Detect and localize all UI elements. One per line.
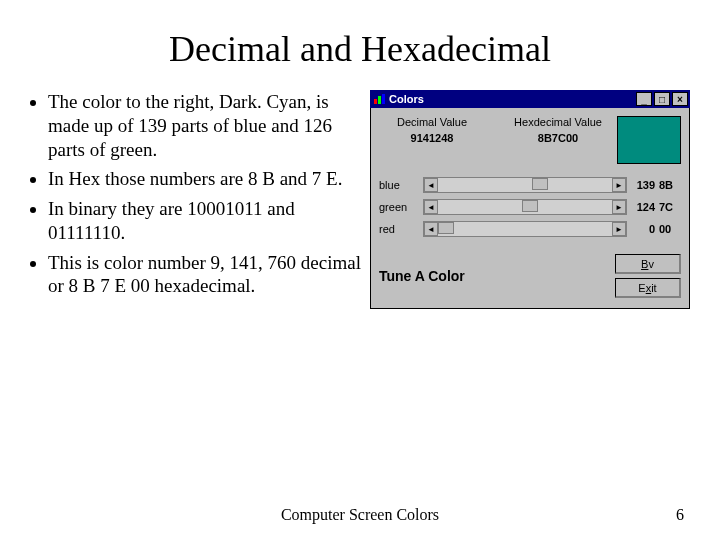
bullet-4: This is color number 9, 141, 760 decimal… <box>48 251 364 299</box>
channel-value-green: 124 <box>631 201 655 213</box>
minimize-button[interactable]: _ <box>636 92 652 106</box>
slide-title: Decimal and Hexadecimal <box>0 28 720 70</box>
bullet-1: The color to the right, Dark. Cyan, is m… <box>48 90 364 161</box>
scroll-right-icon[interactable]: ► <box>612 200 626 214</box>
window-title: Colors <box>389 93 634 105</box>
channel-label-green: green <box>379 201 419 213</box>
bullet-2: In Hex those numbers are 8 B and 7 E. <box>48 167 364 191</box>
scrollbar-green[interactable]: ◄ ► <box>423 199 627 215</box>
channel-hex-red: 00 <box>659 223 681 235</box>
channel-hex-green: 7C <box>659 201 681 213</box>
decimal-value: 9141248 <box>379 132 485 144</box>
slider-green: green ◄ ► 124 7C <box>379 196 681 218</box>
scroll-left-icon[interactable]: ◄ <box>424 178 438 192</box>
scroll-right-icon[interactable]: ► <box>612 178 626 192</box>
close-button[interactable]: × <box>672 92 688 106</box>
maximize-button[interactable]: □ <box>654 92 670 106</box>
footer: Computer Screen Colors 6 <box>0 506 720 524</box>
bullet-list: The color to the right, Dark. Cyan, is m… <box>24 90 364 309</box>
footer-text: Computer Screen Colors <box>76 506 644 524</box>
channel-hex-blue: 8B <box>659 179 681 191</box>
bullet-3: In binary they are 10001011 and 01111110… <box>48 197 364 245</box>
channel-value-blue: 139 <box>631 179 655 191</box>
page-number: 6 <box>644 506 684 524</box>
colors-window: Colors _ □ × Decimal Value 9141248 H <box>370 90 690 309</box>
scrollbar-blue[interactable]: ◄ ► <box>423 177 627 193</box>
color-swatch <box>617 116 681 164</box>
app-icon <box>372 92 386 106</box>
svg-rect-1 <box>378 96 381 104</box>
slider-red: red ◄ ► 0 00 <box>379 218 681 240</box>
channel-label-red: red <box>379 223 419 235</box>
channel-label-blue: blue <box>379 179 419 191</box>
svg-rect-0 <box>374 99 377 104</box>
exit-button[interactable]: Exit <box>615 278 681 298</box>
bv-button[interactable]: Bv <box>615 254 681 274</box>
scroll-left-icon[interactable]: ◄ <box>424 200 438 214</box>
svg-rect-2 <box>382 94 385 104</box>
tune-label: Tune A Color <box>379 268 615 284</box>
hex-value: 8B7C00 <box>505 132 611 144</box>
slider-blue: blue ◄ ► 139 8B <box>379 174 681 196</box>
scrollbar-red[interactable]: ◄ ► <box>423 221 627 237</box>
channel-value-red: 0 <box>631 223 655 235</box>
decimal-label: Decimal Value <box>379 116 485 128</box>
scroll-left-icon[interactable]: ◄ <box>424 222 438 236</box>
hex-label: Hexdecimal Value <box>505 116 611 128</box>
titlebar: Colors _ □ × <box>370 90 690 108</box>
scroll-right-icon[interactable]: ► <box>612 222 626 236</box>
